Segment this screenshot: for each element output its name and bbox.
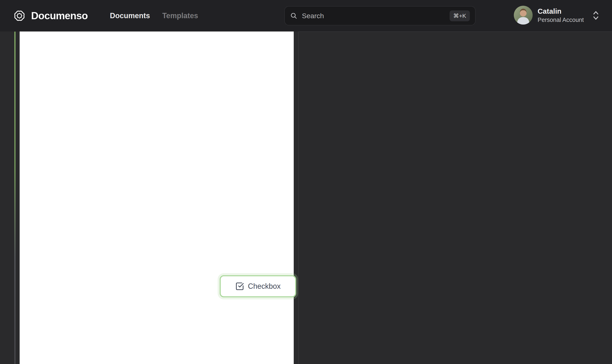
brand[interactable]: Documenso bbox=[13, 9, 88, 22]
main-area: Checkbox Configure the Checkbox field Va… bbox=[0, 31, 612, 364]
search-icon bbox=[290, 12, 297, 19]
nav-link-documents[interactable]: Documents bbox=[110, 12, 150, 20]
field-chip-label: Checkbox bbox=[248, 282, 281, 291]
documenso-logo-icon bbox=[13, 9, 26, 22]
chevron-up-down-icon bbox=[592, 10, 599, 20]
settings-column: Configure the Checkbox field Validation … bbox=[298, 31, 612, 364]
search-bar[interactable]: ⌘+K bbox=[284, 6, 476, 25]
step-accent-line bbox=[14, 31, 15, 364]
avatar bbox=[514, 6, 533, 25]
account-menu[interactable]: Catalin Personal Account bbox=[514, 6, 599, 25]
top-navbar: Documenso Documents Templates ⌘+K bbox=[0, 0, 612, 31]
brand-name: Documenso bbox=[31, 10, 88, 22]
checkbox-field-chip[interactable]: Checkbox bbox=[220, 275, 296, 297]
search-shortcut-badge: ⌘+K bbox=[450, 11, 470, 21]
checkbox-check-icon bbox=[235, 282, 244, 291]
search-input[interactable] bbox=[302, 12, 450, 20]
nav-links: Documents Templates bbox=[110, 12, 198, 20]
document-page[interactable]: Checkbox bbox=[20, 31, 294, 364]
account-type: Personal Account bbox=[537, 16, 584, 24]
account-text: Catalin Personal Account bbox=[537, 7, 584, 24]
nav-link-templates[interactable]: Templates bbox=[162, 12, 198, 20]
account-name: Catalin bbox=[537, 7, 584, 15]
